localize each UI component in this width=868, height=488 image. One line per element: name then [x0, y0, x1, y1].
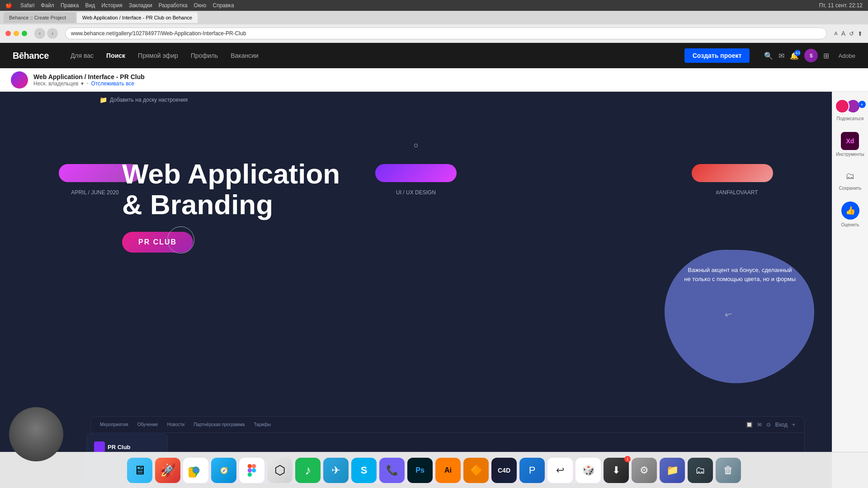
rate-section[interactable]: 👍 Оценить [841, 202, 859, 227]
dock-app1[interactable]: 🎲 [576, 458, 601, 483]
banner-right [692, 164, 773, 182]
menu-safari[interactable]: Safari [20, 2, 34, 9]
nav-for-you[interactable]: Для вас [71, 52, 94, 59]
apple-icon[interactable]: 🍎 [5, 2, 12, 9]
dock-skype[interactable]: S [351, 458, 377, 483]
menu-history[interactable]: История [101, 2, 123, 9]
dock-safari[interactable]: 🧭 [211, 458, 236, 483]
messages-icon[interactable]: ✉ [778, 52, 784, 60]
notifications-icon[interactable]: 🔔 63 [790, 52, 799, 60]
dock-spotify[interactable]: ♪ [295, 458, 321, 483]
subscribe-label[interactable]: Подписаться [837, 116, 864, 121]
callout-line2: не только с помощью цвета, но и формы [684, 275, 796, 284]
dock-telegram[interactable]: ✈ [323, 458, 349, 483]
dock-wwdc[interactable]: ↩ [547, 458, 573, 483]
back-button[interactable]: ‹ [34, 28, 45, 39]
nav-search[interactable]: Поиск [106, 52, 125, 59]
torrent-badge: 1 [624, 456, 631, 462]
main-heading: Web Application & Branding [122, 159, 340, 220]
fullscreen-button[interactable] [22, 31, 27, 36]
dock-trash[interactable]: 🗑 [716, 458, 741, 483]
grid-icon[interactable]: ⊞ [823, 52, 829, 60]
menu-help[interactable]: Справка [212, 2, 234, 9]
like-button[interactable]: 👍 [841, 202, 859, 220]
behance-nav-right: Создать проект 🔍 ✉ 🔔 63 S ⊞ Adobe [684, 48, 855, 63]
dock-cinema4d[interactable]: C4D [491, 458, 517, 483]
svg-rect-5 [248, 468, 252, 472]
tab-create-project[interactable]: Behance :: Create Project [4, 12, 76, 23]
behance-logo[interactable]: Bēhance [13, 51, 49, 61]
blue-blob-decoration [656, 241, 818, 385]
adobe-label: Adobe [838, 52, 855, 59]
tools-section[interactable]: Xd Инструменты [836, 132, 864, 157]
nav-jobs[interactable]: Вакансии [231, 52, 259, 59]
banner-mid [375, 164, 457, 182]
dock-illustrator[interactable]: Ai [435, 458, 461, 483]
traffic-lights[interactable] [5, 31, 27, 36]
behance-page: Bēhance Для вас Поиск Прямой эфир Профил… [0, 43, 868, 488]
card-logo-text: PR Club [108, 444, 131, 450]
menu-file[interactable]: Файл [41, 2, 54, 9]
save-section[interactable]: 🗂 Сохранить [839, 168, 862, 191]
menu-view[interactable]: Вид [85, 2, 95, 9]
tab-bar: Behance :: Create Project Web Applicatio… [0, 11, 868, 24]
mockup-nav-events: Мероприятия [100, 422, 128, 427]
dock-finder[interactable]: 🖥 [127, 458, 152, 483]
dock-tableplus[interactable]: ⬡ [267, 458, 292, 483]
save-icon[interactable]: 🗂 [842, 168, 858, 184]
nav-profile[interactable]: Профиль [191, 52, 218, 59]
reload-button[interactable]: ↺ [849, 30, 854, 37]
mockup-nav-right: 🔲 ✉ ⊙ Вход + [746, 422, 795, 428]
user-profile-photo [9, 407, 63, 461]
address-bar[interactable]: www.behance.net/gallery/102784977/Web-Ap… [65, 28, 827, 39]
macos-dock: 🖥 🚀 🧭 ⬡ ♪ ✈ S 📞 Ps Ai 🔶 C4D P ↩ 🎲 ⬇ 1 ⚙ … [0, 452, 868, 488]
close-button[interactable] [5, 31, 11, 36]
portfolio-view: 📁 Добавить на доску настроения APRIL / J… [0, 92, 832, 488]
follow-link[interactable]: Отслеживать все [91, 80, 135, 87]
font-larger[interactable]: A [841, 30, 845, 37]
mockup-nav-news: Новости [167, 422, 184, 427]
xd-icon: Xd [841, 132, 859, 150]
folder-icon: 📁 [99, 96, 107, 103]
user-avatar[interactable]: S [804, 49, 818, 62]
callout-text: Важный акцент на бонусе, сделанный не то… [684, 266, 796, 283]
add-moodboard-button[interactable]: 📁 Добавить на доску настроения [99, 96, 188, 103]
main-title-line2: & Branding [122, 189, 340, 220]
dock-torrent[interactable]: ⬇ 1 [604, 458, 629, 483]
dock-blender[interactable]: 🔶 [463, 458, 489, 483]
nav-live[interactable]: Прямой эфир [138, 52, 178, 59]
sidebar-subscribers[interactable]: + Подписаться [835, 99, 866, 121]
dock-settings[interactable]: ⚙ [632, 458, 657, 483]
menu-develop[interactable]: Разработка [159, 2, 188, 9]
project-avatar [11, 71, 28, 89]
menu-items[interactable]: Safari Файл Правка Вид История Закладки … [20, 2, 234, 9]
minimize-button[interactable] [14, 31, 19, 36]
create-project-button[interactable]: Создать проект [684, 48, 750, 63]
macos-status-bar: Пт, 11 сент. 22:12 [819, 2, 863, 9]
search-icon[interactable]: 🔍 [764, 52, 773, 60]
font-smaller[interactable]: A [834, 31, 837, 36]
mockup-nav-training: Обучение [137, 422, 158, 427]
dock-rocket[interactable]: 🚀 [155, 458, 180, 483]
dock-folder-dark[interactable]: 🗂 [688, 458, 713, 483]
share-button[interactable]: ⬆ [858, 30, 863, 37]
svg-rect-4 [252, 464, 256, 468]
callout-line1: Важный акцент на бонусе, сделанный [684, 266, 796, 275]
menu-bookmarks[interactable]: Закладки [129, 2, 152, 9]
forward-button[interactable]: › [47, 28, 58, 39]
behance-nav-links: Для вас Поиск Прямой эфир Профиль Ваканс… [71, 52, 684, 59]
tab-label-active: Web Application / Interface - PR Club on… [82, 15, 192, 20]
mockup-login: Вход [775, 422, 788, 428]
tab-pr-club[interactable]: Web Application / Interface - PR Club on… [77, 12, 198, 23]
dock-figma[interactable] [239, 458, 264, 483]
owner-dropdown[interactable]: ▾ [81, 80, 84, 87]
dock-folder-blue[interactable]: 📁 [660, 458, 685, 483]
dock-chrome[interactable] [183, 458, 208, 483]
dock-photoshop[interactable]: Ps [407, 458, 433, 483]
content-area: 📁 Добавить на доску настроения APRIL / J… [0, 92, 868, 488]
menu-edit[interactable]: Правка [61, 2, 79, 9]
mockup-add: + [792, 422, 795, 428]
dock-viber[interactable]: 📞 [379, 458, 405, 483]
menu-window[interactable]: Окно [194, 2, 207, 9]
dock-pixelmator[interactable]: P [519, 458, 545, 483]
